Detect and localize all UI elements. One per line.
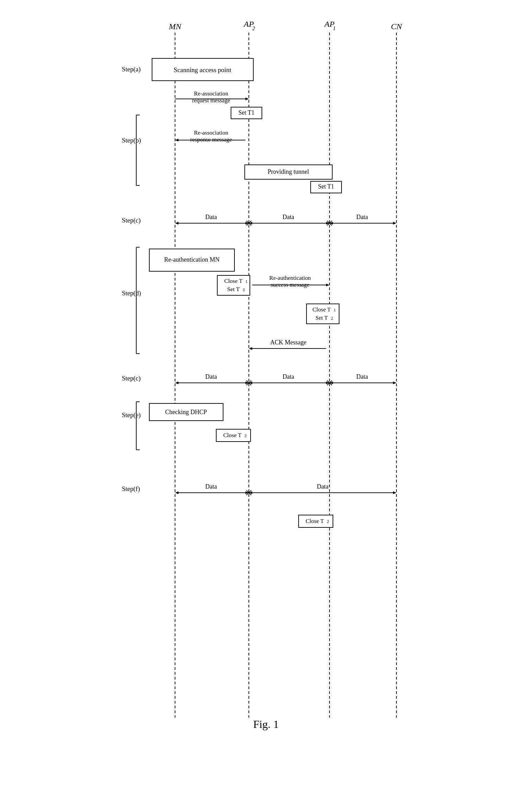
svg-text:2: 2 xyxy=(327,519,329,524)
svg-text:ACK Message: ACK Message xyxy=(270,339,307,346)
svg-marker-33 xyxy=(175,222,178,225)
svg-marker-60 xyxy=(326,284,329,286)
svg-text:Close T: Close T xyxy=(223,432,242,438)
svg-text:Step(c): Step(c) xyxy=(122,375,141,382)
svg-text:Data: Data xyxy=(205,373,217,380)
svg-text:Step(b): Step(b) xyxy=(122,137,141,144)
svg-text:2: 2 xyxy=(244,433,247,438)
svg-text:1: 1 xyxy=(333,25,336,31)
svg-text:Close T: Close T xyxy=(224,278,243,284)
svg-text:2: 2 xyxy=(243,287,245,292)
svg-text:1: 1 xyxy=(334,307,336,312)
svg-text:Step(c): Step(c) xyxy=(122,217,141,224)
svg-marker-99 xyxy=(175,491,178,494)
svg-marker-73 xyxy=(175,381,178,384)
svg-text:response message: response message xyxy=(190,136,232,143)
svg-text:Re-authentication MN: Re-authentication MN xyxy=(164,256,219,263)
svg-text:Data: Data xyxy=(282,373,294,380)
svg-text:Step(f): Step(f) xyxy=(122,485,140,493)
svg-text:Set T: Set T xyxy=(227,286,240,293)
svg-marker-86 xyxy=(393,381,396,384)
svg-text:Data: Data xyxy=(317,483,328,490)
svg-text:Re-association: Re-association xyxy=(194,90,229,97)
svg-marker-69 xyxy=(249,347,252,350)
svg-text:Providing tunnel: Providing tunnel xyxy=(268,168,309,175)
svg-text:success message: success message xyxy=(271,282,310,288)
svg-text:Step(a): Step(a) xyxy=(122,66,141,73)
svg-text:Data: Data xyxy=(205,483,217,490)
svg-text:Close T: Close T xyxy=(312,306,331,313)
svg-text:Set T: Set T xyxy=(315,315,328,321)
svg-text:Set T1: Set T1 xyxy=(318,183,334,190)
svg-text:Data: Data xyxy=(356,373,368,380)
svg-text:Fig. 1: Fig. 1 xyxy=(253,718,279,730)
svg-marker-46 xyxy=(393,222,396,225)
svg-text:Data: Data xyxy=(205,214,217,220)
svg-text:CN: CN xyxy=(391,22,403,31)
svg-marker-106 xyxy=(393,491,396,494)
svg-text:Data: Data xyxy=(356,214,368,220)
svg-marker-14 xyxy=(245,98,249,100)
svg-text:request message: request message xyxy=(192,97,230,104)
svg-text:Close T: Close T xyxy=(305,518,324,524)
svg-text:Data: Data xyxy=(282,214,294,220)
svg-text:Checking DHCP: Checking DHCP xyxy=(165,409,207,415)
diagram-svg: MN AP 2 AP 1 CN Step(a) Scanning access … xyxy=(112,14,420,752)
svg-text:Step(e): Step(e) xyxy=(122,411,141,419)
svg-text:Re-association: Re-association xyxy=(194,129,229,136)
svg-text:1: 1 xyxy=(245,279,248,284)
svg-text:Re-authentication: Re-authentication xyxy=(269,275,311,281)
svg-text:Scanning access point: Scanning access point xyxy=(174,66,232,73)
svg-text:Set T1: Set T1 xyxy=(238,109,254,116)
svg-text:Step(d): Step(d) xyxy=(122,289,141,297)
svg-text:MN: MN xyxy=(169,22,182,31)
svg-text:2: 2 xyxy=(331,316,333,321)
svg-marker-24 xyxy=(175,139,178,141)
svg-text:2: 2 xyxy=(252,25,255,31)
